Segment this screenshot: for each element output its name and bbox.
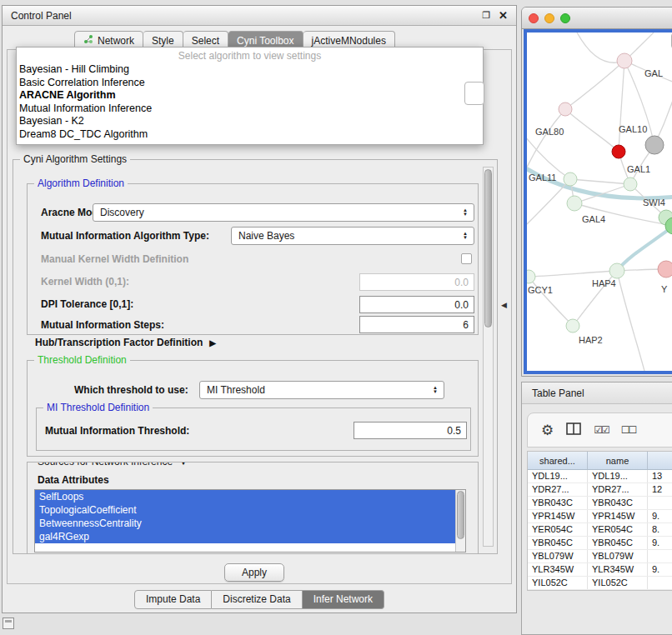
mi-steps-label: Mutual Information Steps: (41, 319, 164, 331)
network-node[interactable] (624, 178, 637, 191)
table-row[interactable]: YDL19...YDL19...13 (528, 470, 672, 483)
network-node[interactable] (658, 261, 672, 278)
spinner-peek-widget[interactable] (464, 82, 484, 105)
tab-impute-data[interactable]: Impute Data (134, 590, 212, 609)
sources-group-title[interactable]: Sources for Network Inference▼ (34, 462, 191, 468)
mi-steps-field[interactable]: 6 (359, 316, 474, 333)
table-row[interactable]: YBR043CYBR043C (528, 497, 672, 510)
network-node-label: GAL4 (582, 214, 605, 224)
data-attributes-label: Data Attributes (38, 474, 109, 486)
network-node[interactable] (559, 102, 572, 116)
mi-threshold-field[interactable]: 0.5 (354, 422, 467, 439)
attribute-item-selected[interactable]: BetweennessCentrality (35, 517, 455, 530)
which-threshold-combo[interactable]: MI Threshold ▲▼ (199, 381, 444, 399)
apply-button[interactable]: Apply (224, 563, 284, 582)
table-row[interactable]: YBL079WYBL079W (528, 550, 672, 563)
attribute-item-selected[interactable]: gal4RGexp (35, 530, 455, 543)
network-node[interactable] (612, 145, 625, 158)
kernel-width-label: Kernel Width (0,1): (41, 276, 129, 288)
network-node[interactable] (609, 263, 624, 278)
combo-arrows-icon: ▲▼ (459, 208, 471, 217)
mi-type-combo[interactable]: Naive Bayes ▲▼ (231, 227, 474, 245)
manual-kernel-width-label: Manual Kernel Width Definition (41, 253, 188, 265)
table-row[interactable]: YDR27...YDR27...12 (528, 483, 672, 497)
network-graph: GAL80GALGAL10GAL11GAL1SWI4GAL4GCY1HAP4YH… (527, 32, 672, 374)
mi-type-value: Naive Bayes (232, 230, 459, 242)
expand-triangle-icon[interactable]: ▶ (209, 338, 216, 348)
kernel-width-field[interactable]: 0.0 (359, 273, 474, 291)
algorithm-option[interactable]: Bayesian - Hill Climbing (17, 63, 483, 77)
hub-section-label[interactable]: Hub/Transcription Factor Definition▶ (35, 337, 216, 348)
table-row[interactable]: YLR345WYLR345W9. (528, 563, 672, 577)
network-node-label: HAP2 (579, 335, 603, 345)
minimize-traffic-light-icon[interactable] (544, 13, 554, 23)
network-node-label: GCY1 (528, 285, 553, 295)
column-header-shared-name[interactable]: shared... (528, 452, 588, 469)
threshold-definition-title: Threshold Definition (34, 354, 130, 366)
tab-discretize-data[interactable]: Discretize Data (212, 590, 302, 609)
algorithm-option[interactable]: Bayesian - K2 (17, 115, 483, 128)
network-node[interactable] (527, 270, 535, 283)
gear-icon[interactable]: ⚙ (541, 423, 554, 438)
restore-panel-icon[interactable] (3, 618, 14, 629)
collapse-triangle-icon[interactable]: ▼ (179, 462, 188, 467)
close-traffic-light-icon[interactable] (529, 13, 539, 23)
threshold-definition-group: Threshold Definition Which threshold to … (27, 360, 479, 457)
float-window-icon[interactable]: ❐ (482, 10, 490, 21)
algorithm-option[interactable]: Mutual Information Inference (17, 102, 483, 116)
algorithm-option[interactable]: Dream8 DC_TDC Algorithm (17, 128, 483, 142)
network-nodes-layer: GAL80GALGAL10GAL11GAL1SWI4GAL4GCY1HAP4YH… (527, 53, 672, 345)
table-toolbar: ⚙ ☑☑ ☐☐ (527, 412, 672, 448)
table-row[interactable]: YIL052CYIL052C (528, 577, 672, 590)
network-window-titlebar[interactable] (522, 8, 672, 29)
attributes-scrollbar[interactable] (455, 490, 465, 552)
cyni-algorithm-settings-group: Cyni Algorithm Settings Algorithm Defini… (13, 159, 498, 554)
attributes-scrollbar-thumb[interactable] (457, 491, 464, 539)
network-canvas[interactable]: GAL80GALGAL10GAL11GAL1SWI4GAL4GCY1HAP4YH… (524, 29, 672, 374)
algorithm-option-selected[interactable]: ARACNE Algorithm (17, 89, 483, 102)
collapse-panel-arrow-icon[interactable]: ◀ (501, 301, 507, 309)
dpi-tolerance-field[interactable]: 0.0 (359, 296, 474, 313)
node-table[interactable]: shared... name YDL19...YDL19...13 YDR27.… (527, 451, 672, 591)
select-all-icon[interactable]: ☑☑ (594, 424, 609, 436)
algorithm-option[interactable]: Basic Correlation Inference (17, 77, 483, 90)
aracne-mode-value: Discovery (93, 207, 459, 218)
table-panel-titlebar: Table Panel (522, 382, 672, 404)
aracne-mode-combo[interactable]: Discovery ▲▼ (93, 203, 474, 222)
table-row[interactable]: YBR045CYBR045C9. (528, 537, 672, 550)
network-node[interactable] (564, 172, 577, 186)
table-body: YDL19...YDL19...13 YDR27...YDR27...12 YB… (528, 470, 672, 590)
network-node[interactable] (566, 319, 579, 332)
which-threshold-value: MI Threshold (200, 384, 429, 396)
settings-scrollbar-thumb[interactable] (484, 169, 492, 328)
settings-group-title: Cyni Algorithm Settings (20, 153, 130, 165)
network-tab-icon (83, 34, 93, 47)
settings-scrollbar[interactable] (483, 167, 494, 547)
network-node[interactable] (617, 53, 632, 68)
combo-arrows-icon: ▲▼ (459, 232, 471, 240)
unselect-all-icon[interactable]: ☐☐ (621, 424, 636, 436)
network-node[interactable] (645, 136, 664, 154)
tab-infer-network[interactable]: Infer Network (303, 590, 384, 609)
table-row[interactable]: YER054CYER054C8. (528, 523, 672, 537)
table-panel-title: Table Panel (532, 388, 584, 399)
combo-arrows-icon: ▲▼ (429, 386, 441, 394)
zoom-traffic-light-icon[interactable] (560, 13, 570, 23)
tab-label: jActiveMNodules (312, 35, 386, 47)
dropdown-placeholder: Select algorithm to view settings (17, 49, 483, 63)
dpi-tolerance-label: DPI Tolerance [0,1]: (41, 298, 133, 310)
attribute-item-selected[interactable]: TopologicalCoefficient (35, 503, 455, 517)
mi-threshold-label: Mutual Information Threshold: (45, 425, 189, 437)
column-selector-icon[interactable] (566, 422, 581, 438)
column-header-clipped[interactable] (648, 452, 672, 469)
attribute-item-selected[interactable]: SelfLoops (35, 490, 455, 503)
mi-threshold-title: MI Threshold Definition (43, 402, 153, 413)
manual-kernel-width-checkbox[interactable] (461, 253, 472, 264)
bottom-tabs: Impute Data Discretize Data Infer Networ… (3, 590, 516, 609)
column-header-name[interactable]: name (588, 452, 648, 469)
network-node-label: GAL10 (619, 124, 647, 134)
close-icon[interactable]: ✕ (499, 9, 508, 22)
network-node[interactable] (567, 196, 582, 211)
data-attributes-list[interactable]: SelfLoops TopologicalCoefficient Between… (34, 489, 466, 552)
table-row[interactable]: YPR145WYPR145W9. (528, 510, 672, 523)
